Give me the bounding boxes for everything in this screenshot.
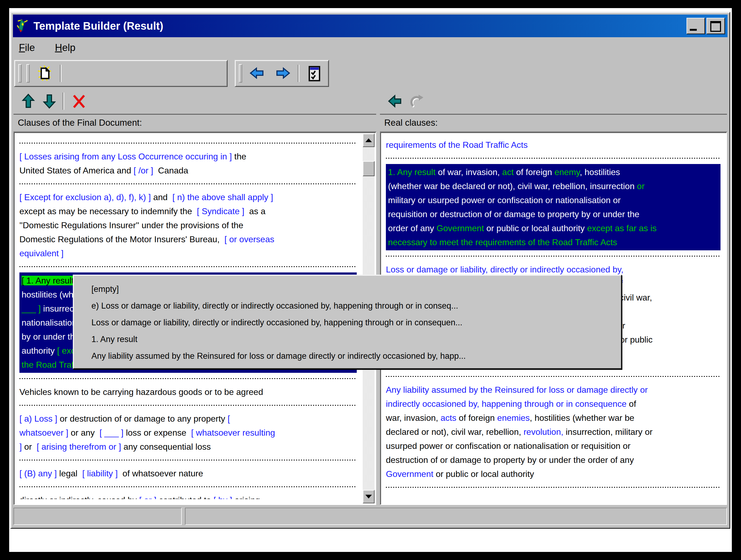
right-panel-header: Real clauses:: [380, 114, 727, 132]
clause-separator: [386, 376, 721, 377]
clause-line: order of any Government or public or loc…: [388, 221, 718, 235]
titlebar: Template Builder (Result): [13, 14, 728, 37]
insert-left-button[interactable]: [387, 91, 403, 111]
popup-menu-item[interactable]: 1. Any result: [91, 331, 621, 348]
clause-line: United States of America and [ /or ] Can…: [19, 164, 357, 178]
checklist-icon: [306, 64, 323, 82]
next-arrow-icon: [274, 64, 291, 82]
clause-separator: [386, 158, 721, 159]
move-up-button[interactable]: [20, 91, 36, 111]
clause-item[interactable]: requirements of the Road Traffic Acts: [385, 137, 721, 152]
checklist-button[interactable]: [304, 63, 325, 84]
popup-menu-item[interactable]: Any liability assumed by the Reinsured f…: [91, 348, 621, 364]
redo-icon: [409, 93, 425, 109]
clause-separator: [19, 405, 357, 406]
left-panel-toolbar: [13, 88, 376, 114]
move-down-icon: [42, 93, 56, 109]
minimize-button[interactable]: [686, 18, 705, 34]
new-template-icon: [36, 64, 54, 82]
minimize-icon: [690, 29, 697, 31]
clause-line: Any liability assumed by the Reinsured f…: [386, 383, 721, 397]
clause-separator: [19, 460, 357, 460]
clause-line: [ Except for exclusion a), d), f), k) ] …: [19, 190, 357, 204]
previous-button[interactable]: [247, 63, 268, 84]
clause-line: [ a) Loss ] or destruction of or damage …: [19, 412, 357, 426]
toolbar-group-file: [14, 60, 227, 87]
main-toolbar: [11, 58, 730, 88]
clause-separator: [386, 256, 721, 256]
clause-line: equivalent ]: [19, 246, 357, 260]
screen: Template Builder (Result) File Help: [0, 0, 741, 560]
clause-line: indirectly occasioned by, happening thro…: [386, 397, 721, 411]
move-up-icon: [21, 93, 35, 109]
left-panel-header: Clauses of the Final Document:: [13, 114, 376, 132]
menu-help[interactable]: Help: [55, 42, 75, 53]
popup-menu-item[interactable]: [empty]: [91, 281, 621, 298]
app-icon: [16, 19, 30, 33]
toolbar-grip[interactable]: [18, 64, 21, 82]
clause-line: [ (B) any ] legal [ liability ] of whats…: [19, 466, 357, 481]
window-title: Template Builder (Result): [33, 20, 685, 32]
popup-menu-item[interactable]: e) Loss or damage or liability, directly…: [91, 298, 621, 314]
clause-item[interactable]: [ a) Loss ] or destruction of or damage …: [19, 411, 357, 454]
scroll-up-icon: [365, 138, 372, 142]
toolbar-group-navigate: [234, 60, 329, 87]
popup-menu-item[interactable]: Loss or damage or liability, directly or…: [91, 314, 621, 331]
toolbar-separator: [63, 92, 64, 110]
clause-item[interactable]: [ (B) any ] legal [ liability ] of whats…: [19, 466, 357, 481]
status-bar: [13, 508, 727, 525]
new-template-button[interactable]: [35, 63, 55, 84]
clause-separator: [19, 486, 357, 487]
scrollbar-thumb[interactable]: [363, 161, 375, 176]
clause-separator: [386, 487, 721, 488]
toolbar-separator: [298, 65, 299, 82]
clause-line: requirements of the Road Traffic Acts: [386, 138, 721, 152]
clause-line: war, invasion, acts of foreign enemies, …: [386, 411, 721, 425]
app-window: Template Builder (Result) File Help: [10, 12, 730, 529]
previous-arrow-icon: [248, 64, 266, 82]
clause-line: Vehicles known to be carrying hazardous …: [19, 385, 357, 399]
clause-line: except as may be necessary to indemnify …: [19, 204, 357, 218]
next-button[interactable]: [272, 63, 293, 84]
menubar: File Help: [11, 37, 730, 58]
clause-line: directly or indirectly, caused by [ or ]…: [19, 493, 357, 499]
menu-file[interactable]: File: [19, 42, 35, 53]
right-panel-toolbar: [380, 88, 727, 114]
clause-line: Domestic Regulations of the Motor Insure…: [19, 232, 357, 246]
clause-item[interactable]: Any liability assumed by the Reinsured f…: [385, 382, 721, 482]
clause-line: [ Losses arising from any Loss Occurrenc…: [19, 149, 357, 164]
delete-clause-button[interactable]: [70, 91, 88, 111]
clause-line: 1. Any result of war, invasion, act of f…: [388, 165, 718, 179]
toolbar-grip[interactable]: [239, 64, 242, 82]
clause-line: requisition or destruction of or damage …: [388, 207, 718, 221]
clause-line: necessary to meet the requirements of th…: [388, 235, 718, 249]
clause-line: military or usurped power or confiscatio…: [388, 193, 718, 207]
scroll-down-icon: [365, 495, 372, 498]
toolbar-grip[interactable]: [26, 64, 30, 82]
clause-item[interactable]: [ Losses arising from any Loss Occurrenc…: [19, 149, 357, 178]
clause-separator: [19, 266, 357, 267]
clause-item-selected[interactable]: 1. Any result of war, invasion, act of f…: [386, 164, 721, 250]
move-down-button[interactable]: [42, 91, 57, 111]
clause-separator: [19, 378, 357, 379]
clause-line: ''Domestic Regulations Insurer'' under t…: [19, 218, 357, 232]
scroll-up-button[interactable]: [363, 133, 375, 147]
clause-line: destruction of or damage to property by …: [386, 453, 721, 467]
insert-left-icon: [388, 94, 402, 108]
scroll-down-button[interactable]: [363, 490, 375, 503]
toolbar-separator: [60, 65, 62, 82]
delete-icon: [71, 93, 87, 110]
clause-item[interactable]: Vehicles known to be carrying hazardous …: [19, 384, 357, 399]
redo-button[interactable]: [408, 91, 426, 111]
clause-line: ] or [ arising therefrom or ] any conseq…: [19, 440, 357, 454]
status-cell-left: [13, 508, 182, 525]
clause-alternatives-popup: [empty]e) Loss or damage or liability, d…: [73, 274, 622, 369]
clause-item[interactable]: directly or indirectly, caused by [ or ]…: [19, 493, 357, 499]
clause-line: whatsoever ] or any [ ___ ] loss or expe…: [19, 426, 357, 440]
maximize-button[interactable]: [706, 18, 725, 34]
clause-separator: [19, 143, 357, 143]
clause-line: usurped power or confiscation or nationa…: [386, 439, 721, 453]
status-cell-right: [185, 508, 727, 525]
clause-separator: [19, 183, 357, 184]
clause-item[interactable]: [ Except for exclusion a), d), f), k) ] …: [19, 190, 357, 261]
